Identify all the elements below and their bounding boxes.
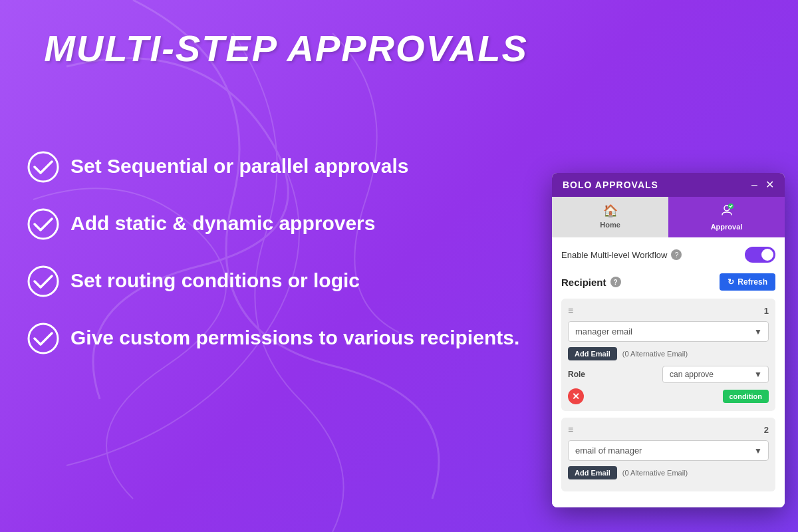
approval-card-2: ≡ 2 manager email email of manager custo… [561,418,775,491]
svg-point-0 [29,152,58,182]
feature-item-4: Give custom permissions to various recip… [27,325,559,355]
feature-text-2: Add static & dynamic approvers [70,210,375,236]
card-2-number: 2 [764,425,769,435]
svg-point-1 [29,209,58,239]
feature-text-1: Set Sequential or parallel approvals [70,153,409,179]
recipient-label: Recipient ? [561,277,621,288]
role-dropdown-wrapper-1: can approve must approve notify only ▼ [662,366,769,383]
svg-point-2 [29,267,58,296]
refresh-label: Refresh [737,277,767,287]
recipient-help-icon[interactable]: ? [610,277,621,287]
card-1-number: 1 [764,306,769,316]
workflow-help-icon[interactable]: ? [671,249,682,260]
app-window: BOLO APPROVALS – ✕ 🏠 Home Approval [552,173,785,507]
feature-text-3: Set routing conditions or logic [70,267,360,293]
role-row-1: Role can approve must approve notify onl… [568,366,769,383]
workflow-row: Enable Multi-level Workflow ? [561,247,775,263]
email-select-1[interactable]: manager email email of manager custom em… [568,321,769,342]
approval-icon [720,203,733,220]
card-2-header: ≡ 2 [568,424,769,435]
action-row-1: ✕ condition [568,388,769,404]
feature-item-2: Add static & dynamic approvers [27,210,559,241]
features-list: Set Sequential or parallel approvals Add… [27,153,559,382]
alt-email-text-1: (0 Alternative Email) [622,350,688,358]
drag-icon-1: ≡ [568,305,573,316]
workflow-toggle[interactable] [745,247,775,263]
tab-approval[interactable]: Approval [668,197,785,237]
recipient-row: Recipient ? ↻ Refresh [561,273,775,291]
check-icon-2 [27,207,60,241]
role-label-1: Role [568,370,585,379]
window-controls: – ✕ [751,180,774,190]
delete-button-1[interactable]: ✕ [568,388,584,404]
nav-tabs: 🏠 Home Approval [552,197,785,237]
add-email-button-1[interactable]: Add Email [568,347,617,360]
page-title: MULTI-STEP APPROVALS [0,27,572,70]
tab-home[interactable]: 🏠 Home [552,197,668,237]
feature-text-4: Give custom permissions to various recip… [70,325,519,350]
email-dropdown-wrapper-2: manager email email of manager custom em… [568,440,769,461]
drag-icon-2: ≡ [568,424,573,435]
alt-email-text-2: (0 Alternative Email) [622,469,688,477]
refresh-button[interactable]: ↻ Refresh [720,273,775,291]
recipient-label-text: Recipient [561,277,606,288]
tab-approval-label: Approval [711,223,743,231]
tab-home-label: Home [600,221,620,229]
card-1-header: ≡ 1 [568,305,769,316]
email-select-2[interactable]: manager email email of manager custom em… [568,440,769,461]
check-icon-1 [27,150,60,184]
content-area: Enable Multi-level Workflow ? Recipient … [552,237,785,507]
workflow-label-text: Enable Multi-level Workflow [561,250,667,260]
approval-card-1: ≡ 1 manager email email of manager custo… [561,299,775,411]
email-dropdown-wrapper-1: manager email email of manager custom em… [568,321,769,342]
svg-point-3 [29,324,58,353]
title-bar: BOLO APPROVALS – ✕ [552,173,785,197]
workflow-label: Enable Multi-level Workflow ? [561,249,682,260]
check-icon-4 [27,322,60,355]
feature-item-3: Set routing conditions or logic [27,267,559,298]
close-button[interactable]: ✕ [765,180,774,190]
refresh-icon: ↻ [728,277,734,287]
minimize-button[interactable]: – [751,180,757,190]
add-email-button-2[interactable]: Add Email [568,466,617,479]
role-select-1[interactable]: can approve must approve notify only [662,366,769,383]
add-email-row-1: Add Email (0 Alternative Email) [568,347,769,360]
add-email-row-2: Add Email (0 Alternative Email) [568,466,769,479]
condition-button-1[interactable]: condition [723,390,769,403]
check-icon-3 [27,265,60,298]
home-icon: 🏠 [603,203,618,218]
app-title: BOLO APPROVALS [563,180,658,190]
feature-item-1: Set Sequential or parallel approvals [27,153,559,184]
